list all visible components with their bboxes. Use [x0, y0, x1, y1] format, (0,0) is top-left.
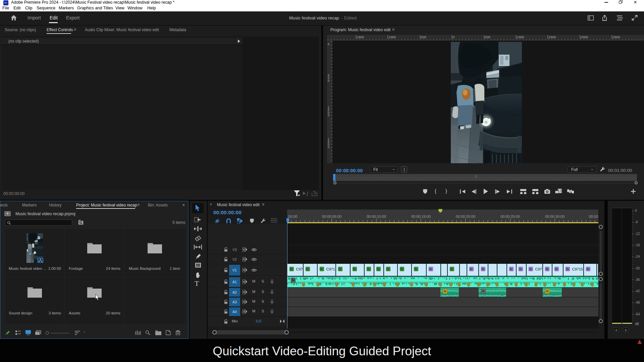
svg-text:0: 0: [635, 209, 637, 213]
svg-text:00:00: 00:00: [589, 215, 598, 219]
svg-text:-12: -12: [635, 232, 640, 236]
svg-text:00:00:25:00: 00:00:25:00: [500, 215, 520, 219]
svg-text:-54: -54: [635, 312, 640, 316]
svg-text:dB: dB: [635, 322, 639, 326]
svg-text:-6: -6: [635, 220, 638, 224]
svg-text:-24: -24: [635, 255, 640, 258]
svg-text:-18: -18: [635, 243, 640, 247]
svg-text:-42: -42: [635, 289, 640, 293]
svg-text:00:00:30:00: 00:00:30:00: [545, 215, 565, 219]
svg-text:00:00: 00:00: [288, 215, 298, 219]
svg-text:-30: -30: [635, 266, 640, 270]
svg-text:00:00:10:00: 00:00:10:00: [367, 215, 386, 219]
svg-text:-48: -48: [635, 301, 640, 304]
svg-text:-36: -36: [635, 278, 640, 282]
svg-text:00:00:20:00: 00:00:20:00: [456, 215, 475, 219]
svg-text:00:00:05:00: 00:00:05:00: [322, 215, 341, 219]
svg-text:00:00:15:00: 00:00:15:00: [411, 215, 431, 219]
